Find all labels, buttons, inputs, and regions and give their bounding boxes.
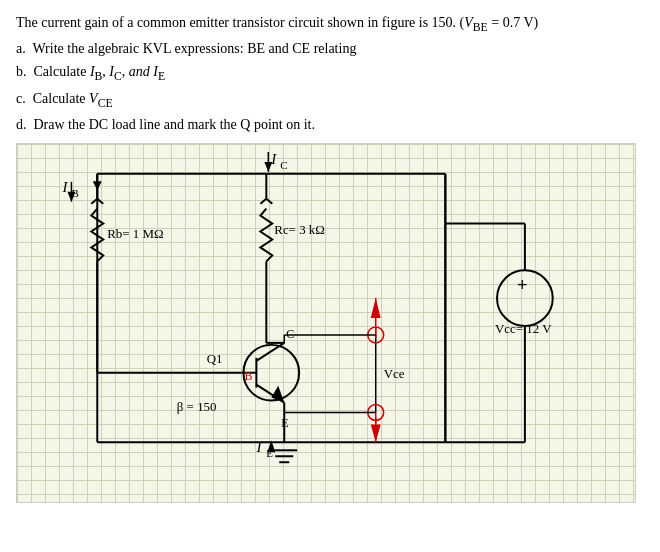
svg-text:E: E	[281, 416, 288, 430]
svg-text:C: C	[280, 159, 287, 171]
svg-text:Rc= 3 kΩ: Rc= 3 kΩ	[274, 221, 325, 236]
svg-line-13	[266, 199, 272, 204]
circuit-diagram: + I B I C Rb= 1 MΩ Rc= 3 kΩ Q1 B	[16, 143, 636, 503]
rc-resistor	[260, 174, 272, 328]
svg-text:C: C	[286, 327, 294, 341]
svg-text:Rb= 1 MΩ: Rb= 1 MΩ	[107, 226, 163, 241]
rb-resistor	[91, 174, 103, 283]
svg-text:I: I	[61, 179, 68, 195]
problem-statement: The current gain of a common emitter tra…	[16, 12, 644, 36]
part-d: d. Draw the DC load line and mark the Q …	[16, 114, 644, 135]
svg-text:B: B	[244, 369, 252, 383]
part-c: c. Calculate VCE	[16, 88, 644, 112]
svg-text:I: I	[270, 151, 277, 167]
svg-text:Q1: Q1	[207, 351, 223, 366]
svg-text:β = 150: β = 150	[177, 398, 217, 413]
svg-text:+: +	[517, 275, 527, 295]
part-a: a. Write the algebraic KVL expressions: …	[16, 38, 644, 59]
svg-line-12	[260, 199, 266, 204]
part-b: b. Calculate IB, IC, and IE	[16, 61, 644, 85]
svg-text:Vcc= 12 V: Vcc= 12 V	[495, 321, 552, 336]
problem-text: The current gain of a common emitter tra…	[16, 12, 644, 135]
svg-text:I: I	[255, 439, 262, 455]
svg-text:Vce: Vce	[384, 366, 405, 381]
page: The current gain of a common emitter tra…	[0, 0, 660, 552]
